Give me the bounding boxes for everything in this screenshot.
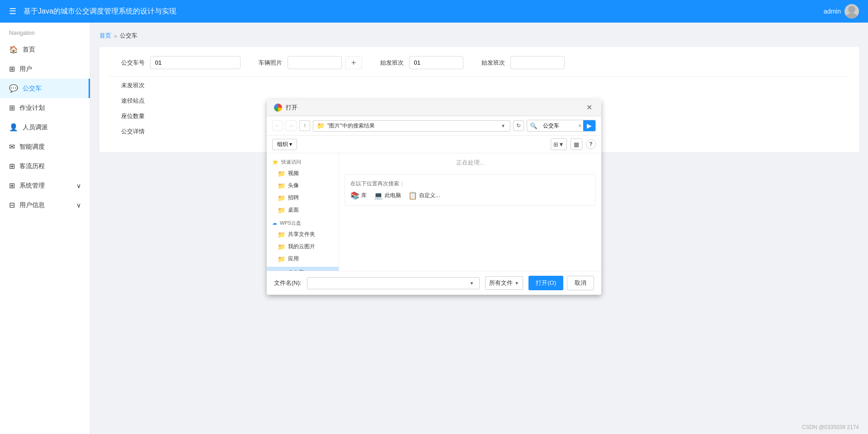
- search-location-library[interactable]: 📚 库: [350, 191, 367, 200]
- chrome-icon: [274, 104, 282, 112]
- sidebar-item-apps[interactable]: 📁 应用: [267, 253, 339, 265]
- search-location-label-custom: 自定义...: [419, 192, 440, 199]
- organize-button[interactable]: 组织 ▾: [272, 139, 297, 150]
- search-location-label-library: 库: [361, 192, 367, 199]
- sidebar-item-recruit[interactable]: 📁 招聘: [267, 192, 339, 204]
- filetype-label: 所有文件: [489, 279, 513, 287]
- bus-number-input[interactable]: [150, 56, 241, 69]
- quick-access-title: ⭐ 快速访问: [267, 157, 339, 167]
- end-class-input[interactable]: [510, 56, 565, 69]
- search-clear-button[interactable]: ✕: [576, 122, 583, 130]
- star-icon: ⭐: [272, 159, 278, 165]
- user-info: admin: [824, 4, 859, 19]
- search-location-custom[interactable]: 📋 自定义...: [408, 191, 440, 200]
- bus-icon: 💬: [9, 84, 18, 93]
- up-button[interactable]: ↑: [299, 120, 310, 131]
- search-icon-button[interactable]: 🔍: [527, 121, 540, 131]
- sidebar-item-user[interactable]: ⊞ 用户: [0, 59, 90, 79]
- sidebar-label-home: 首页: [23, 46, 35, 54]
- view-mode-button[interactable]: ⊞▼: [551, 138, 567, 150]
- svg-point-1: [845, 13, 858, 19]
- search-again-title: 在以下位置再次搜索：: [350, 180, 590, 188]
- open-button[interactable]: 打开(O): [528, 276, 563, 290]
- sidebar-item-sysmanage[interactable]: ⊞ 系统管理 ∨: [0, 176, 90, 195]
- filename-input[interactable]: [311, 280, 468, 287]
- bus-number-label: 公交车号: [108, 59, 145, 67]
- filename-input-container: ▼: [307, 277, 480, 289]
- dispatch-icon: 👤: [9, 123, 18, 132]
- smart-icon: ✉: [9, 142, 15, 151]
- menu-toggle-icon[interactable]: ☰: [9, 6, 16, 16]
- wps-title: ☁ WPS云盘: [267, 218, 339, 228]
- filename-dropdown-icon[interactable]: ▼: [467, 281, 476, 286]
- sidebar-label-sysmanage: 系统管理: [19, 182, 45, 190]
- search-again-section: 在以下位置再次搜索： 📚 库 💻 此电脑 📋: [344, 174, 596, 206]
- sidebar-item-userinfo[interactable]: ⊟ 用户信息 ∨: [0, 195, 90, 215]
- sidebar-label-video: 视频: [288, 170, 299, 177]
- form-row-bus-number: 公交车号 车辆照片 + 始发班次 始发班次: [108, 56, 850, 69]
- search-go-button[interactable]: ▶: [583, 120, 595, 131]
- sysmanage-icon: ⊞: [9, 181, 15, 190]
- video-folder-icon: 📁: [278, 170, 285, 177]
- detail-label: 公交详情: [108, 127, 145, 136]
- sidebar-label-smart: 智能调度: [19, 143, 45, 151]
- preview-pane-button[interactable]: ▦: [571, 138, 582, 150]
- content-area: 首页 » 公交车 公交车号 车辆照片 + 始发班次 始发班次 未发班次: [90, 23, 868, 434]
- route-label: 途径站点: [108, 97, 145, 105]
- sidebar-label-recruit: 招聘: [288, 194, 299, 202]
- sidebar-item-mypics[interactable]: 📁 我的云图片: [267, 241, 339, 253]
- back-button[interactable]: ←: [272, 120, 283, 131]
- file-open-dialog: 打开 ✕ ← → ↑ 📁 "图片"中的搜索结果 ▼ ↻ 🔍 ✕: [267, 99, 601, 295]
- processing-text: 正在处理...: [344, 159, 596, 167]
- avatar: [844, 4, 859, 19]
- sidebar-label-avatar: 头像: [288, 182, 299, 189]
- filename-label: 文件名(N):: [274, 279, 302, 287]
- dialog-close-button[interactable]: ✕: [585, 103, 594, 112]
- sidebar-item-desktop[interactable]: 📁 桌面: [267, 204, 339, 216]
- sidebar-label-bus: 公交车: [23, 85, 42, 93]
- cancel-button[interactable]: 取消: [567, 276, 594, 290]
- apps-folder-icon: 📁: [278, 255, 285, 263]
- filetype-select[interactable]: 所有文件 ▼: [485, 276, 523, 290]
- breadcrumb-home[interactable]: 首页: [99, 32, 111, 40]
- sidebar-item-thispc[interactable]: 💻 此电脑: [267, 267, 339, 271]
- photo-input[interactable]: [288, 56, 342, 69]
- userinfo-icon: ⊟: [9, 201, 15, 209]
- sidebar-item-dispatch[interactable]: 👤 人员调派: [0, 118, 90, 137]
- dialog-body: ⭐ 快速访问 📁 视频 📁 头像 📁 招聘: [267, 153, 601, 271]
- path-dropdown-button[interactable]: ▼: [500, 123, 506, 128]
- dialog-organize-bar: 组织 ▾ ⊞▼ ▦ ?: [267, 136, 601, 153]
- dialog-sidebar: ⭐ 快速访问 📁 视频 📁 头像 📁 招聘: [267, 153, 339, 271]
- sidebar-item-bus[interactable]: 💬 公交车: [0, 79, 90, 98]
- sidebar-label-userinfo: 用户信息: [19, 201, 45, 209]
- chevron-down-icon: ∨: [76, 182, 81, 189]
- refresh-button[interactable]: ↻: [513, 120, 524, 131]
- mypics-folder-icon: 📁: [278, 243, 285, 250]
- photo-label: 车辆照片: [246, 59, 282, 67]
- dialog-toolbar: ← → ↑ 📁 "图片"中的搜索结果 ▼ ↻ 🔍 ✕ ▶: [267, 116, 601, 136]
- search-input[interactable]: [540, 121, 576, 130]
- dialog-title-left: 打开: [274, 104, 297, 112]
- shared-folder-icon: 📁: [278, 231, 285, 238]
- forward-button[interactable]: →: [286, 120, 297, 131]
- username-label: admin: [824, 8, 841, 15]
- add-photo-button[interactable]: +: [345, 57, 362, 69]
- chevron-down-icon-2: ∨: [76, 202, 81, 209]
- custom-search-icon: 📋: [408, 191, 417, 200]
- sidebar-item-shared[interactable]: 📁 共享文件夹: [267, 228, 339, 241]
- sidebar-item-plan[interactable]: ⊞ 作业计划: [0, 98, 90, 118]
- sidebar-label-route: 客流历程: [19, 162, 45, 170]
- user-grid-icon: ⊞: [9, 65, 15, 73]
- breadcrumb-sep: »: [114, 33, 117, 39]
- sidebar-label-dispatch: 人员调派: [23, 123, 48, 132]
- path-folder-icon: 📁: [317, 122, 325, 129]
- dialog-footer: 文件名(N): ▼ 所有文件 ▼ 打开(O) 取消: [267, 271, 601, 295]
- sidebar-item-route[interactable]: ⊞ 客流历程: [0, 156, 90, 176]
- sidebar-item-home[interactable]: 🏠 首页: [0, 40, 90, 59]
- sidebar-item-video[interactable]: 📁 视频: [267, 167, 339, 179]
- sidebar-item-avatar[interactable]: 📁 头像: [267, 179, 339, 192]
- start-class-input[interactable]: [409, 56, 463, 69]
- help-button[interactable]: ?: [586, 139, 596, 149]
- sidebar-item-smart[interactable]: ✉ 智能调度: [0, 137, 90, 156]
- search-location-thispc[interactable]: 💻 此电脑: [374, 191, 401, 200]
